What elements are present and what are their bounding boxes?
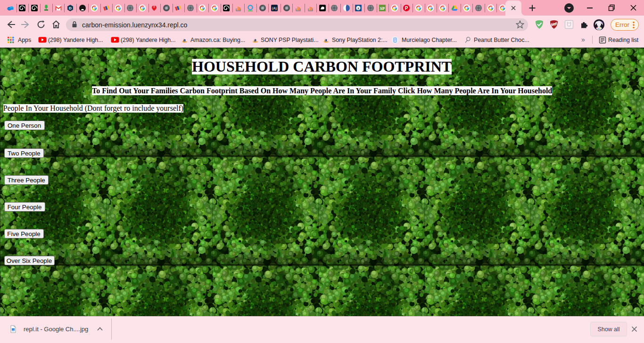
svg-text:D: D — [69, 6, 72, 10]
svg-text:P: P — [405, 6, 408, 11]
svg-text:a: a — [324, 37, 327, 42]
svg-text:a: a — [254, 37, 256, 42]
svg-text:a: a — [183, 37, 186, 42]
svg-text:(A): (A) — [272, 6, 277, 10]
svg-text:SP: SP — [380, 6, 385, 11]
